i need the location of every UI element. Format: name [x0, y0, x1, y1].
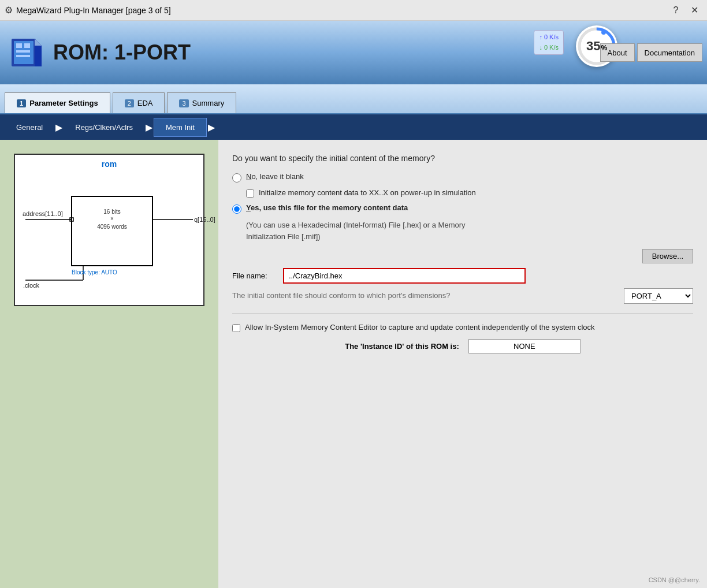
- hex-description: (You can use a Hexadecimal (Intel-format…: [246, 219, 693, 242]
- instance-row: The 'Instance ID' of this ROM is:: [232, 339, 693, 353]
- svg-rect-4: [16, 50, 30, 53]
- rom-diagram-title: rom: [20, 159, 199, 169]
- help-button[interactable]: ?: [668, 2, 684, 18]
- browse-button[interactable]: Browse...: [642, 249, 693, 263]
- tab2-label: EDA: [137, 99, 153, 107]
- svg-text:.clock: .clock: [23, 282, 40, 289]
- port-row: The initial content file should conform …: [232, 288, 693, 304]
- upload-stat: ↑ 0 K/s: [539, 32, 559, 43]
- header-area: ROM: 1-PORT ↑ 0 K/s ↓ 0 K/s 35 % About D…: [0, 21, 707, 84]
- svg-marker-7: [35, 39, 42, 46]
- svg-rect-2: [16, 43, 22, 48]
- main-content: rom 16 bits × 4096 words: [0, 140, 707, 588]
- svg-text:4096 words: 4096 words: [97, 224, 127, 230]
- documentation-button[interactable]: Documentation: [637, 43, 702, 62]
- radio-no[interactable]: [232, 173, 241, 183]
- divider: [232, 313, 693, 314]
- tab-eda[interactable]: 2 EDA: [113, 92, 165, 113]
- watermark: CSDN @@cherry.: [649, 576, 700, 583]
- subnav-regs[interactable]: Regs/Clken/Aclrs: [64, 118, 144, 136]
- allow-checkbox[interactable]: [232, 324, 240, 332]
- rom-svg-area: 16 bits × 4096 words address[11..0] q[15…: [20, 173, 199, 300]
- instance-label: The 'Instance ID' of this ROM is:: [345, 342, 459, 351]
- sub-nav: General ▶ Regs/Clken/Aclrs ▶ Mem Init ▶: [0, 114, 707, 140]
- transfer-stats: ↑ 0 K/s ↓ 0 K/s: [534, 30, 564, 55]
- title-bar-left: ⚙ MegaWizard Plug-In Manager [page 3 of …: [5, 5, 171, 16]
- tab-parameter-settings[interactable]: 1 Parameter Settings: [5, 92, 110, 113]
- tab3-label: Summary: [192, 99, 225, 107]
- svg-rect-13: [72, 196, 152, 266]
- port-select[interactable]: PORT_A PORT_B: [624, 288, 693, 304]
- allow-row: Allow In-System Memory Content Editor to…: [232, 323, 693, 332]
- download-stat: ↓ 0 K/s: [539, 43, 559, 53]
- header-buttons: About Documentation: [600, 21, 707, 84]
- radio-no-option: No, leave it blank: [232, 172, 693, 183]
- title-bar-text: MegaWizard Plug-In Manager [page 3 of 5]: [16, 6, 171, 15]
- checkbox-xx[interactable]: [246, 189, 254, 198]
- subnav-arrow-2: ▶: [146, 122, 152, 133]
- radio-no-label: No, leave it blank: [246, 172, 304, 181]
- checkbox-xx-label: Initialize memory content data to XX..X …: [259, 188, 476, 197]
- tab2-number: 2: [125, 99, 134, 107]
- svg-rect-3: [24, 43, 30, 48]
- subnav-arrow-1: ▶: [55, 122, 62, 133]
- question-text: Do you want to specify the initial conte…: [232, 154, 693, 163]
- file-name-row: File name:: [232, 268, 693, 284]
- right-panel: Do you want to specify the initial conte…: [218, 140, 707, 588]
- radio-yes[interactable]: [232, 204, 241, 214]
- app-logo: [9, 34, 46, 71]
- close-button[interactable]: ✕: [686, 2, 702, 18]
- tab-nav: 1 Parameter Settings 2 EDA 3 Summary: [0, 84, 707, 114]
- rom-schematic-svg: 16 bits × 4096 words address[11..0] q[15…: [20, 173, 216, 289]
- subnav-mem-init[interactable]: Mem Init: [154, 118, 207, 137]
- tab1-number: 1: [17, 99, 26, 107]
- svg-text:q[15..0]: q[15..0]: [194, 216, 215, 223]
- file-name-input[interactable]: [283, 268, 526, 284]
- sub-checkbox-option: Initialize memory content data to XX..X …: [246, 188, 693, 198]
- rom-diagram: rom 16 bits × 4096 words: [14, 154, 204, 306]
- port-description: The initial content file should conform …: [232, 291, 451, 301]
- browse-row: Browse...: [232, 249, 693, 263]
- title-bar: ⚙ MegaWizard Plug-In Manager [page 3 of …: [0, 0, 707, 21]
- file-name-label: File name:: [232, 271, 278, 280]
- instance-input[interactable]: [468, 339, 581, 353]
- tab1-label: Parameter Settings: [29, 99, 98, 107]
- progress-percent: %: [601, 44, 607, 52]
- svg-rect-5: [16, 55, 30, 57]
- tab-summary[interactable]: 3 Summary: [167, 92, 236, 113]
- radio-yes-label: Yes, use this file for the memory conten…: [246, 203, 408, 212]
- radio-yes-option: Yes, use this file for the memory conten…: [232, 203, 693, 214]
- title-bar-controls: ? ✕: [668, 2, 702, 18]
- svg-text:16 bits: 16 bits: [103, 209, 120, 215]
- subnav-arrow-3: ▶: [208, 122, 215, 133]
- svg-text:×: ×: [110, 215, 114, 222]
- svg-text:address[11..0]: address[11..0]: [23, 210, 63, 217]
- progress-value: 35: [586, 39, 600, 54]
- left-panel: rom 16 bits × 4096 words: [0, 140, 218, 588]
- svg-text:Block type: AUTO: Block type: AUTO: [72, 269, 117, 276]
- app-icon: ⚙: [5, 5, 13, 16]
- tab3-number: 3: [179, 99, 188, 107]
- subnav-general[interactable]: General: [5, 118, 54, 136]
- allow-label: Allow In-System Memory Content Editor to…: [245, 323, 595, 332]
